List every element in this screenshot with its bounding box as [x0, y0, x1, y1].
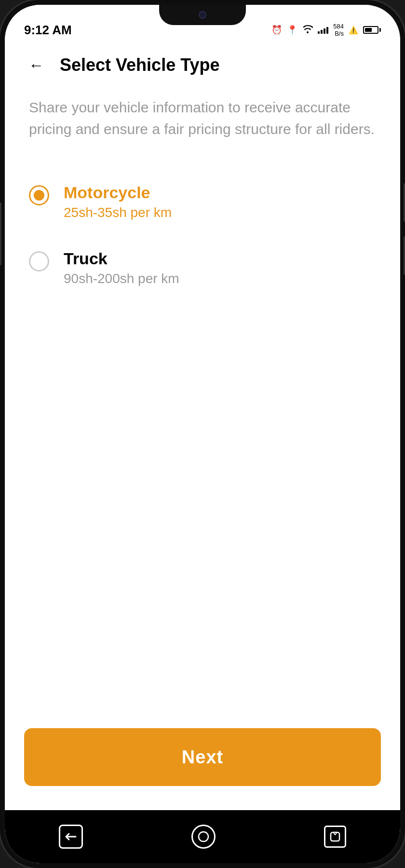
battery-icon	[363, 26, 381, 34]
nav-recent-icon[interactable]	[324, 826, 346, 848]
motorcycle-option[interactable]: Motorcycle 25sh-35sh per km	[24, 169, 381, 235]
svg-point-0	[199, 832, 208, 841]
truck-details: Truck 90sh-200sh per km	[64, 249, 179, 286]
next-button-container: Next	[5, 714, 400, 810]
phone-frame: 9:12 AM ⏰ 📍	[0, 0, 405, 868]
back-arrow-icon: ←	[28, 56, 44, 74]
front-camera	[199, 11, 206, 19]
status-time: 9:12 AM	[24, 23, 72, 38]
location-icon: 📍	[287, 25, 297, 35]
back-button[interactable]: ←	[24, 53, 48, 77]
header: ← Select Vehicle Type	[5, 43, 400, 87]
truck-option[interactable]: Truck 90sh-200sh per km	[24, 235, 381, 301]
motorcycle-details: Motorcycle 25sh-35sh per km	[64, 183, 172, 220]
notch	[159, 5, 246, 25]
motorcycle-radio-inner	[34, 190, 44, 201]
signal-icon	[318, 26, 328, 34]
screen: 9:12 AM ⏰ 📍	[5, 5, 400, 863]
power-button[interactable]	[0, 203, 1, 265]
page-title: Select Vehicle Type	[60, 55, 220, 75]
nav-back-icon[interactable]	[59, 825, 83, 849]
data-speed: 584 B/s	[333, 23, 344, 38]
svg-rect-1	[331, 832, 339, 841]
vehicle-options-list: Motorcycle 25sh-35sh per km Truck 90sh-2…	[5, 159, 400, 446]
description-text: Share your vehicle information to receiv…	[5, 87, 400, 159]
motorcycle-name: Motorcycle	[64, 183, 172, 202]
truck-radio[interactable]	[29, 251, 49, 271]
spacer	[5, 446, 400, 714]
phone-inner: 9:12 AM ⏰ 📍	[5, 5, 400, 863]
app-content: ← Select Vehicle Type Share your vehicle…	[5, 43, 400, 810]
truck-price: 90sh-200sh per km	[64, 271, 179, 286]
nav-home-icon[interactable]	[191, 825, 216, 849]
alarm-icon: ⏰	[271, 25, 282, 35]
wifi-icon	[302, 25, 313, 36]
motorcycle-radio[interactable]	[29, 185, 49, 205]
warning-icon: ⚠️	[349, 26, 358, 35]
next-button[interactable]: Next	[24, 728, 381, 786]
truck-name: Truck	[64, 249, 179, 268]
nav-bar	[5, 810, 400, 863]
status-icons: ⏰ 📍	[271, 23, 381, 38]
motorcycle-price: 25sh-35sh per km	[64, 205, 172, 220]
